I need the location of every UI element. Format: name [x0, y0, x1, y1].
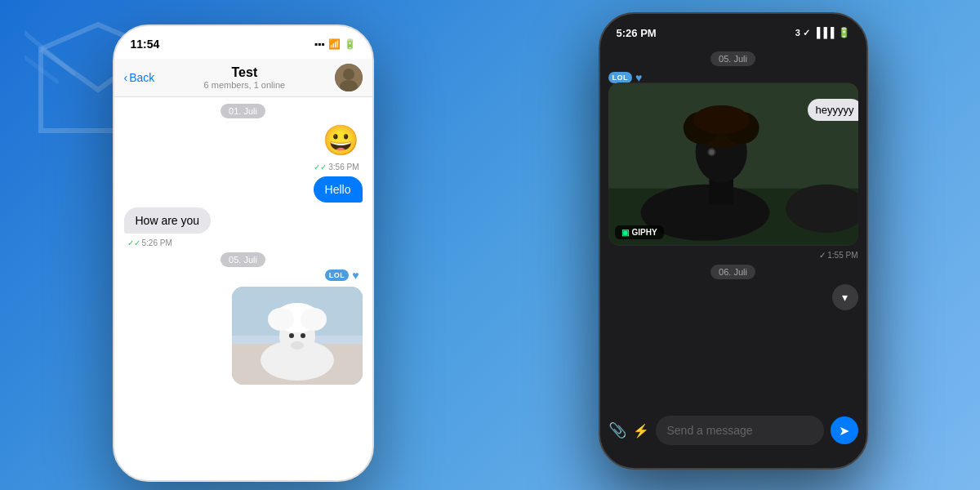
battery-icon: 🔋 — [344, 38, 356, 50]
status-time-right: 5:26 PM — [617, 27, 657, 39]
signal-bars-icon: ▐▐▐ — [813, 27, 835, 38]
meta-right-1: ✓✓ 3:56 PM — [314, 163, 359, 172]
avatar[interactable] — [335, 64, 363, 91]
svg-point-9 — [268, 308, 294, 331]
meta-time-1: 3:56 PM — [328, 163, 359, 172]
heart-icon-light: ♥ — [352, 269, 359, 282]
network-icon: 3 ✓ — [795, 28, 810, 38]
send-message-placeholder: Send a message — [667, 424, 753, 437]
heyyyy-text: heyyyyy — [816, 104, 854, 116]
gif-container-dark: heyyyyy ▣ GIPHY — [608, 82, 858, 246]
left-phone: 11:54 ▪▪▪ 📶 🔋 ‹ Back Test 6 members, 1 o… — [113, 24, 374, 482]
svg-point-13 — [291, 341, 304, 350]
battery-dark-icon: 🔋 — [838, 27, 850, 38]
giphy-badge: ▣ GIPHY — [615, 225, 664, 239]
chat-body-light: 01. Juli 😀 ✓✓ 3:56 PM Hello How are you … — [114, 97, 372, 461]
check-marks-1: ✓✓ — [314, 163, 327, 172]
svg-point-12 — [301, 333, 305, 338]
bubble-hello: Hello — [314, 176, 363, 203]
status-icons-right: 3 ✓ ▐▐▐ 🔋 — [795, 27, 850, 38]
check-marks-2: ✓✓ — [127, 238, 140, 247]
date-pill-2-light: 05. Juli — [220, 252, 265, 267]
back-chevron-icon: ‹ — [124, 71, 128, 84]
lol-badge-light: LOL — [325, 270, 350, 281]
status-icons-left: ▪▪▪ 📶 🔋 — [314, 38, 356, 50]
chat-body-dark: 05. Juli LOL ♥ — [600, 47, 866, 403]
meta-time-dark: 1:55 PM — [827, 251, 858, 260]
gif-container-light — [232, 287, 363, 385]
send-button-dark[interactable]: ➤ — [831, 416, 858, 444]
bubble-how-are-you: How are you — [124, 207, 212, 234]
chat-subtitle: 6 members, 1 online — [161, 80, 327, 90]
svg-point-10 — [301, 308, 327, 331]
heyyyy-bubble: heyyyyy — [808, 99, 858, 121]
message-input-dark[interactable]: Send a message — [656, 416, 824, 445]
date-pill-1-dark: 05. Juli — [710, 51, 755, 66]
scroll-arrow-icon: ▾ — [842, 291, 848, 304]
date-pill-1-light: 01. Juli — [220, 104, 265, 118]
date-pill-2-dark: 06. Juli — [710, 265, 755, 279]
send-arrow-icon: ➤ — [839, 423, 849, 439]
chat-header-light: ‹ Back Test 6 members, 1 online — [114, 59, 372, 97]
status-bar-dark: 5:26 PM 3 ✓ ▐▐▐ 🔋 — [600, 14, 866, 47]
lol-badge-dark: LOL — [608, 72, 633, 83]
meta-time-2: 5:26 PM — [142, 238, 172, 247]
notch — [194, 26, 292, 49]
back-label[interactable]: Back — [129, 71, 154, 84]
lightning-icon[interactable]: ⚡ — [633, 423, 649, 439]
alpaca-gif-light — [232, 287, 363, 385]
scroll-indicator[interactable]: ▾ — [832, 284, 858, 310]
alpaca-svg-light — [232, 287, 363, 385]
chat-input-dark: 📎 ⚡ Send a message ➤ — [600, 409, 866, 452]
meta-left-1: ✓✓ 5:26 PM — [127, 238, 172, 247]
giphy-label: GIPHY — [632, 228, 657, 237]
svg-point-1 — [343, 69, 354, 80]
svg-point-22 — [693, 105, 749, 135]
chat-name: Test — [161, 65, 327, 80]
meta-dark: ✓ 1:55 PM — [819, 251, 858, 260]
giphy-icon: ▣ — [621, 228, 629, 237]
status-time-left: 11:54 — [131, 38, 160, 51]
right-phone: 5:26 PM 3 ✓ ▐▐▐ 🔋 05. Juli LOL ♥ — [599, 12, 868, 470]
emoji-message: 😀 — [323, 123, 359, 158]
gif-wrapper-dark: LOL ♥ — [608, 71, 858, 246]
check-marks-dark: ✓ — [819, 251, 826, 260]
reactions-row-light: LOL ♥ — [325, 269, 359, 282]
signal-icon: 📶 — [328, 38, 341, 50]
svg-point-24 — [709, 149, 714, 154]
avatar-image — [335, 64, 363, 91]
svg-point-11 — [289, 333, 294, 338]
back-button[interactable]: ‹ Back — [124, 71, 155, 84]
attachment-icon[interactable]: 📎 — [608, 421, 626, 439]
chat-info: Test 6 members, 1 online — [161, 65, 327, 90]
wifi-icon: ▪▪▪ — [314, 38, 325, 50]
